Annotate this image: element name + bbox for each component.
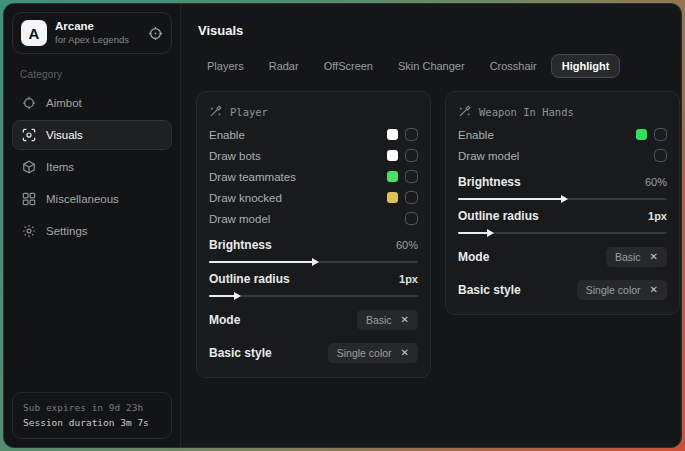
draw-model-checkbox[interactable] — [654, 149, 667, 162]
mode-tag[interactable]: Basic ✕ — [606, 247, 667, 267]
select-label: Basic style — [458, 283, 521, 297]
mode-tag[interactable]: Basic ✕ — [357, 310, 418, 330]
draw-bots-checkbox[interactable] — [405, 149, 418, 162]
color-swatch[interactable] — [387, 150, 398, 161]
sidebar-item-aimbot[interactable]: Aimbot — [12, 88, 172, 118]
tag-text: Basic — [615, 251, 641, 263]
slider-label: Outline radius — [209, 272, 290, 286]
toggle-label: Draw model — [458, 150, 647, 162]
toggle-row-draw-knocked: Draw knocked — [209, 187, 418, 208]
slider-value: 60% — [645, 176, 667, 188]
color-swatch[interactable] — [387, 192, 398, 203]
tab-highlight[interactable]: Highlight — [551, 54, 621, 78]
brightness-slider[interactable] — [209, 261, 418, 263]
main-content: Visuals Players Radar OffScreen Skin Cha… — [181, 4, 682, 447]
remove-tag-icon[interactable]: ✕ — [401, 348, 409, 358]
outline-radius-slider-block: Outline radius 1px — [458, 209, 667, 234]
sidebar-item-miscellaneous[interactable]: Miscellaneous — [12, 184, 172, 214]
slider-thumb[interactable] — [312, 258, 319, 266]
slider-label: Outline radius — [458, 209, 539, 223]
tab-players[interactable]: Players — [196, 54, 255, 78]
sidebar-item-settings[interactable]: Settings — [12, 216, 172, 246]
app-logo: A — [21, 20, 47, 46]
color-swatch[interactable] — [387, 171, 398, 182]
tab-bar: Players Radar OffScreen Skin Changer Cro… — [196, 54, 680, 78]
tab-radar[interactable]: Radar — [258, 54, 310, 78]
player-panel-header: Player — [209, 105, 418, 118]
outline-radius-slider[interactable] — [458, 232, 667, 234]
sidebar-item-label: Visuals — [46, 129, 83, 141]
select-label: Mode — [458, 250, 489, 264]
toggle-row-draw-model: Draw model — [458, 145, 667, 166]
toggle-row-enable: Enable — [458, 124, 667, 145]
sidebar-item-label: Aimbot — [46, 97, 82, 109]
mode-select-row: Mode Basic ✕ — [209, 310, 418, 330]
slider-label: Brightness — [209, 238, 272, 252]
select-label: Mode — [209, 313, 240, 327]
toggle-label: Draw bots — [209, 150, 380, 162]
toggle-label: Enable — [209, 129, 380, 141]
tab-crosshair[interactable]: Crosshair — [479, 54, 548, 78]
wand-icon — [209, 105, 222, 118]
slider-value: 1px — [648, 210, 667, 222]
subscription-info-box: Sub expires in 9d 23h Session duration 3… — [12, 392, 172, 439]
tag-text: Single color — [337, 347, 392, 359]
enable-checkbox[interactable] — [405, 128, 418, 141]
tab-skin-changer[interactable]: Skin Changer — [387, 54, 476, 78]
mode-select-row: Mode Basic ✕ — [458, 247, 667, 267]
sidebar-item-label: Miscellaneous — [46, 193, 119, 205]
app-name: Arcane — [55, 20, 140, 33]
brightness-slider-block: Brightness 60% — [458, 175, 667, 200]
toggle-row-enable: Enable — [209, 124, 418, 145]
sidebar-item-visuals[interactable]: Visuals — [12, 120, 172, 150]
grid-icon — [22, 192, 36, 206]
tag-text: Single color — [586, 284, 641, 296]
basic-style-select-row: Basic style Single color ✕ — [458, 280, 667, 300]
remove-tag-icon[interactable]: ✕ — [650, 285, 658, 295]
slider-thumb[interactable] — [487, 229, 494, 237]
color-swatch[interactable] — [387, 129, 398, 140]
toggle-label: Draw knocked — [209, 192, 380, 204]
toggle-row-draw-model: Draw model — [209, 208, 418, 229]
slider-value: 60% — [396, 239, 418, 251]
color-swatch[interactable] — [636, 129, 647, 140]
crosshair-icon — [22, 96, 36, 110]
basic-style-select-row: Basic style Single color ✕ — [209, 343, 418, 363]
brightness-slider[interactable] — [458, 198, 667, 200]
select-label: Basic style — [209, 346, 272, 360]
tag-text: Basic — [366, 314, 392, 326]
panel-title: Player — [230, 106, 268, 118]
session-duration-text: Session duration 3m 7s — [23, 415, 161, 430]
target-icon[interactable] — [148, 26, 163, 41]
sidebar-item-items[interactable]: Items — [12, 152, 172, 182]
slider-thumb[interactable] — [561, 195, 568, 203]
sidebar-item-label: Settings — [46, 225, 88, 237]
toggle-label: Enable — [458, 129, 629, 141]
toggle-row-draw-bots: Draw bots — [209, 145, 418, 166]
draw-teammates-checkbox[interactable] — [405, 170, 418, 183]
app-titles: Arcane for Apex Legends — [55, 20, 140, 46]
panels-area: Player Enable Draw bots Draw teammates — [196, 91, 680, 378]
slider-thumb[interactable] — [234, 292, 241, 300]
toggle-label: Draw model — [209, 213, 398, 225]
remove-tag-icon[interactable]: ✕ — [401, 315, 409, 325]
enable-checkbox[interactable] — [654, 128, 667, 141]
cube-icon — [22, 160, 36, 174]
sidebar-item-label: Items — [46, 161, 74, 173]
tab-offscreen[interactable]: OffScreen — [313, 54, 384, 78]
app-window: A Arcane for Apex Legends Category Aimbo… — [3, 3, 682, 448]
page-title: Visuals — [198, 23, 680, 38]
draw-knocked-checkbox[interactable] — [405, 191, 418, 204]
wand-icon — [458, 105, 471, 118]
weapon-panel-header: Weapon In Hands — [458, 105, 667, 118]
basic-style-tag[interactable]: Single color ✕ — [577, 280, 667, 300]
outline-radius-slider[interactable] — [209, 295, 418, 297]
draw-model-checkbox[interactable] — [405, 212, 418, 225]
gear-icon — [22, 224, 36, 238]
player-panel: Player Enable Draw bots Draw teammates — [196, 91, 431, 378]
outline-radius-slider-block: Outline radius 1px — [209, 272, 418, 297]
basic-style-tag[interactable]: Single color ✕ — [328, 343, 418, 363]
remove-tag-icon[interactable]: ✕ — [650, 252, 658, 262]
toggle-row-draw-teammates: Draw teammates — [209, 166, 418, 187]
app-subtitle: for Apex Legends — [55, 33, 140, 46]
